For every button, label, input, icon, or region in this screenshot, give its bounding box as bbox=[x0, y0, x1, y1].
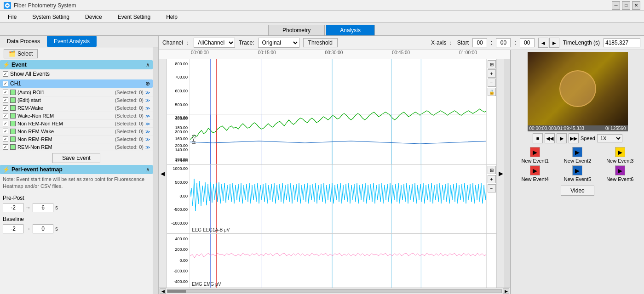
event-name: Non REM-Wake bbox=[17, 129, 54, 134]
list-item: ✓ Non REM-Wake (Selected: 0) ≫ bbox=[0, 128, 153, 136]
menu-system-setting[interactable]: System Setting bbox=[24, 11, 77, 23]
new-event6-button[interactable]: ▶ bbox=[615, 165, 625, 175]
y-label: 200.00 bbox=[175, 115, 188, 120]
start-ss-input[interactable] bbox=[520, 38, 535, 47]
close-button[interactable]: ✕ bbox=[632, 1, 640, 10]
select-button[interactable]: 🗂️ Select bbox=[4, 49, 38, 58]
left-panel-scrollbar[interactable] bbox=[153, 47, 158, 294]
show-all-checkbox[interactable]: ✓ bbox=[3, 71, 8, 77]
menu-file[interactable]: File bbox=[0, 11, 24, 23]
heatmap-collapse-button[interactable]: ∧ bbox=[146, 166, 150, 173]
start-mm-input[interactable] bbox=[496, 38, 511, 47]
save-event-button[interactable]: Save Event bbox=[52, 153, 100, 163]
event-checkbox[interactable]: ✓ bbox=[3, 97, 8, 103]
y-label: 500.00 bbox=[175, 102, 188, 107]
video-button[interactable]: Video bbox=[561, 186, 594, 196]
list-item: ✓ REM-Non REM (Selected: 0) ≫ bbox=[0, 143, 153, 151]
y-label: 0.00 bbox=[179, 194, 188, 198]
event-arrows-icon[interactable]: ≫ bbox=[145, 129, 150, 134]
event-color-indicator bbox=[10, 113, 16, 119]
video-back-button[interactable]: ◀◀ bbox=[545, 133, 555, 143]
charts-container: 800.00 700.00 600.00 500.00 400.00 300.0… bbox=[167, 59, 496, 288]
ch1-sub-canvas: CH1 bbox=[190, 114, 486, 164]
lock-icon[interactable]: 🔒 bbox=[488, 88, 496, 96]
timelength-input[interactable] bbox=[604, 38, 640, 47]
nav-icon-right[interactable]: ▶ bbox=[549, 38, 559, 48]
new-event1-button[interactable]: ▶ bbox=[530, 147, 540, 157]
baseline-inputs: → s bbox=[0, 223, 153, 234]
baseline-from-input[interactable] bbox=[3, 224, 23, 233]
minimize-button[interactable]: ─ bbox=[612, 1, 620, 10]
video-panel: 00:00:00.000/01:09:45.333 0/ 125560 ■ ◀◀… bbox=[511, 50, 644, 294]
tab-analysis[interactable]: Analysis bbox=[326, 25, 375, 35]
show-all-events-row[interactable]: ✓ Show All Events bbox=[0, 69, 153, 79]
video-play-button[interactable]: ▶ bbox=[557, 133, 567, 143]
speed-select[interactable]: 0.25X 0.5X 1X 2X 4X bbox=[597, 134, 622, 142]
start-hh-input[interactable] bbox=[472, 38, 487, 47]
new-event2-button[interactable]: ▶ bbox=[572, 147, 582, 157]
chart-right-arrow[interactable]: ▶ bbox=[496, 59, 505, 288]
event-selected-count: (Selected: 0) bbox=[115, 121, 144, 126]
zoom-reset-icon[interactable]: ⊞ bbox=[488, 60, 496, 68]
new-event5-button[interactable]: ▶ bbox=[572, 165, 582, 175]
event-checkbox[interactable]: ✓ bbox=[3, 121, 8, 126]
menu-event-setting[interactable]: Event Setting bbox=[110, 11, 158, 23]
trace-select[interactable]: Original bbox=[258, 38, 299, 48]
nav-icon-left[interactable]: ◀ bbox=[538, 38, 548, 48]
ch1-checkbox[interactable]: ✓ bbox=[3, 81, 8, 86]
scroll-track[interactable] bbox=[167, 289, 502, 293]
menu-device[interactable]: Device bbox=[77, 11, 110, 23]
event-checkbox[interactable]: ✓ bbox=[3, 105, 8, 111]
eeg-zoom-reset[interactable]: ⊞ bbox=[488, 166, 496, 174]
scroll-left-button[interactable]: ◀ bbox=[160, 288, 166, 294]
menu-help[interactable]: Help bbox=[158, 11, 185, 23]
zoom-minus-icon[interactable]: − bbox=[488, 79, 496, 87]
event-checkbox[interactable]: ✓ bbox=[3, 90, 8, 95]
channel-select[interactable]: AllChannel bbox=[194, 38, 235, 48]
new-event3-button[interactable]: ▶ bbox=[615, 147, 625, 157]
event-checkbox[interactable]: ✓ bbox=[3, 136, 8, 142]
maximize-button[interactable]: □ bbox=[622, 1, 630, 10]
pre-post-from-input[interactable] bbox=[3, 203, 23, 212]
video-stop-button[interactable]: ■ bbox=[533, 133, 543, 143]
pre-post-to-input[interactable] bbox=[33, 203, 53, 212]
threshold-button[interactable]: Threshold bbox=[303, 38, 338, 47]
chart-video-area: 00:00:00 00:15:00 00:30:00 00:45:00 01:0… bbox=[159, 50, 644, 294]
emg-y-axis: 400.00 200.00 0.00 -200.00 -400.00 bbox=[167, 234, 190, 288]
new-event1-label: New Event1 bbox=[522, 158, 549, 164]
ch1-header[interactable]: ✓ CH1 ⊕ bbox=[0, 79, 153, 88]
chart-left-arrow[interactable]: ◀ bbox=[159, 59, 167, 288]
emg-label: EMG EMG μV bbox=[192, 282, 221, 287]
chart-vertical-scrollbar[interactable] bbox=[505, 59, 510, 288]
eeg-zoom-plus[interactable]: + bbox=[488, 175, 496, 183]
event-btn-2: ▶ New Event2 bbox=[557, 147, 598, 164]
sub-tab-event-analysis[interactable]: Event Analysis bbox=[47, 36, 97, 47]
eeg-zoom-minus[interactable]: − bbox=[488, 184, 496, 192]
chart-nav-icons: ◀ ▶ bbox=[538, 38, 559, 48]
tab-photometry[interactable]: Photometry bbox=[268, 25, 325, 35]
event-checkbox[interactable]: ✓ bbox=[3, 144, 8, 150]
channel-label: Channel ： bbox=[162, 39, 190, 47]
time-tick: 00:00:00 bbox=[191, 50, 209, 55]
event-btn-5: ▶ New Event5 bbox=[557, 165, 598, 182]
baseline-to-input[interactable] bbox=[33, 224, 53, 233]
video-frame bbox=[528, 52, 628, 125]
video-forward-button[interactable]: ▶▶ bbox=[569, 133, 579, 143]
event-arrows-icon[interactable]: ≫ bbox=[145, 137, 150, 142]
sub-tab-data-process[interactable]: Data Process bbox=[0, 36, 47, 47]
heatmap-icon: ⚡ bbox=[3, 166, 10, 173]
zoom-plus-icon[interactable]: + bbox=[488, 69, 496, 78]
event-arrows-icon[interactable]: ≫ bbox=[145, 98, 150, 103]
event-arrows-icon[interactable]: ≫ bbox=[145, 106, 150, 111]
new-event4-button[interactable]: ▶ bbox=[530, 165, 540, 175]
y-label: 160.00 bbox=[175, 136, 188, 141]
event-arrows-icon[interactable]: ≫ bbox=[145, 113, 150, 119]
event-arrows-icon[interactable]: ≫ bbox=[145, 121, 150, 126]
ch1-sub-chart: 200.00 180.00 160.00 140.00 120.00 bbox=[167, 114, 486, 164]
event-checkbox[interactable]: ✓ bbox=[3, 113, 8, 119]
event-arrows-icon[interactable]: ≫ bbox=[145, 145, 150, 150]
event-checkbox[interactable]: ✓ bbox=[3, 129, 8, 134]
event-arrows-icon[interactable]: ≫ bbox=[145, 90, 150, 95]
scroll-right-button[interactable]: ▶ bbox=[503, 288, 509, 294]
event-collapse-button[interactable]: ∧ bbox=[146, 62, 150, 68]
